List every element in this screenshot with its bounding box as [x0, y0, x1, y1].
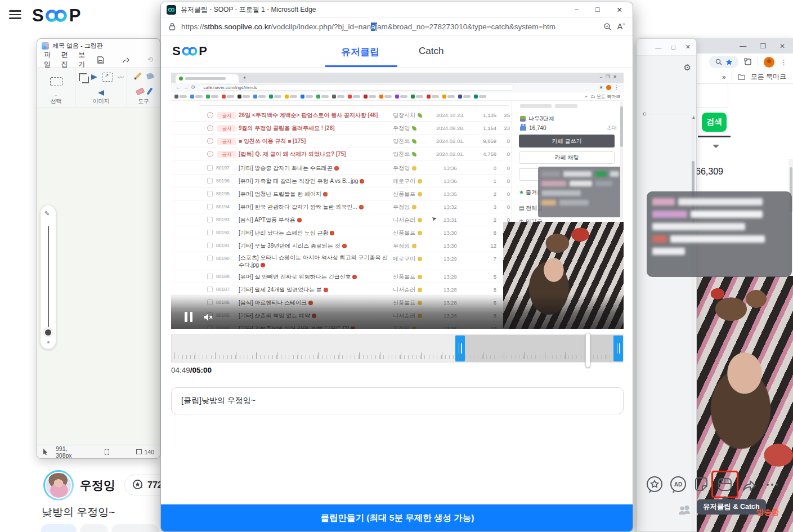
- checkbox[interactable]: [207, 178, 213, 184]
- tab-group-icon[interactable]: [744, 58, 752, 66]
- save-icon[interactable]: [97, 56, 104, 64]
- cafe-post-row[interactable]: 80195[유머] 엄청난 드립짤을 한 페이지☺신풍볼프13:3520: [171, 187, 512, 200]
- sort-caret-icon[interactable]: [713, 145, 719, 151]
- bookmark-favicon[interactable]: [348, 95, 360, 99]
- cafe-post-row[interactable]: 80188[유머] 살 안빼면 진짜로 위험하다는 긴급신호☺신풍볼프13:29…: [171, 270, 512, 283]
- clip-video-preview[interactable]: + –❐✕ ←→⟳ cafe.naver.com/ingsfriends ★ ⋮…: [171, 73, 624, 329]
- cafe-notice-row[interactable]: −공지26일 <무직백수 계백순> 팝업스토어 행사 공지사항 [46]딩장시치…: [171, 109, 512, 122]
- bookmark-favicon[interactable]: [364, 95, 376, 99]
- eyedropper-icon[interactable]: [146, 87, 153, 95]
- zoom-out-icon[interactable]: [603, 23, 612, 31]
- share-icon[interactable]: [122, 56, 129, 64]
- url-text[interactable]: https://stbbs.sooplive.co.kr/vodclip/ind…: [181, 23, 598, 31]
- maximize-button[interactable]: □: [595, 6, 600, 14]
- bookmark-favicon[interactable]: [174, 95, 187, 99]
- cafe-write-button[interactable]: 카페 글쓰기: [519, 135, 615, 147]
- cafe-post-row[interactable]: 80196[유머] 가족할 때 갈리는 직장인 유형 A vs B...jpg☺…: [171, 175, 512, 187]
- utility-scrollbar[interactable]: ▲: [691, 115, 695, 531]
- crop-icon[interactable]: [79, 73, 87, 81]
- minimize-button[interactable]: —: [740, 42, 746, 50]
- post-title[interactable]: 9월의 우정잉 클립을 올려주세요 ! [28]: [239, 122, 335, 135]
- checkbox[interactable]: [207, 287, 213, 292]
- gear-icon[interactable]: ⚙: [684, 62, 691, 73]
- mute-icon[interactable]: [204, 313, 213, 321]
- clip-title-input[interactable]: [클립]낮방의 우정잉~: [171, 387, 624, 414]
- checkbox[interactable]: [207, 191, 213, 196]
- hamburger-menu-icon[interactable]: [9, 10, 21, 19]
- hashtag-pill[interactable]: [41, 524, 77, 532]
- rotate-icon[interactable]: [91, 74, 97, 80]
- close-button[interactable]: ✕: [617, 6, 622, 14]
- paint-menu-view[interactable]: 보기: [78, 50, 86, 69]
- post-title[interactable]: [음식] APT열풍 부작용☺: [239, 213, 302, 226]
- bookmark-favicon[interactable]: [379, 95, 392, 99]
- bookmark-favicon[interactable]: [285, 95, 297, 99]
- post-title[interactable]: [스포츠] 오타니 쇼헤이는 아시아 역사상 최고의 구기종목 선수다.jpg☺: [239, 254, 389, 269]
- bookmark-favicon[interactable]: [332, 95, 344, 99]
- post-title[interactable]: [기타] 난리 났다는 스페인 노심 근황☺: [239, 226, 334, 239]
- clip-timeline[interactable]: [171, 334, 624, 363]
- flip-icon[interactable]: [98, 90, 104, 96]
- hashtag-pill[interactable]: [80, 524, 108, 532]
- resize-handle[interactable]: [643, 113, 646, 115]
- bookmarks-overflow-chevron[interactable]: »: [722, 73, 726, 81]
- collapse-icon[interactable]: −: [207, 151, 213, 157]
- post-title[interactable]: [필독] Q. 제 글이 왜 삭제가 되었나요? [75]: [239, 147, 346, 160]
- edge-address-bar[interactable]: https://stbbs.sooplive.co.kr/vodclip/ind…: [161, 17, 633, 35]
- close-button[interactable]: ✕: [686, 43, 691, 51]
- bookmark-favicon[interactable]: [269, 95, 281, 99]
- selection-end-handle[interactable]: [613, 336, 623, 361]
- more-button[interactable]: [761, 473, 783, 496]
- star-balloon-button[interactable]: [643, 473, 666, 496]
- eraser-icon[interactable]: [136, 87, 145, 95]
- all-bookmarks-label[interactable]: 모든 북마크: [751, 72, 786, 82]
- maximize-button[interactable]: □: [671, 44, 675, 51]
- streamer-name[interactable]: 우정잉: [80, 477, 115, 493]
- cafe-post-row[interactable]: 80193[음식] APT열풍 부작용☺니서순러13:3120: [171, 213, 512, 226]
- overflow-chevron[interactable]: »: [585, 94, 587, 99]
- bookmark-favicon[interactable]: [206, 95, 218, 99]
- checkbox[interactable]: [207, 204, 213, 209]
- invite-link[interactable]: 초대: [607, 124, 617, 132]
- post-title[interactable]: 26일 <무직백수 계백순> 팝업스토어 행사 공지사항 [46]: [239, 109, 378, 122]
- read-aloud-icon[interactable]: A⁾⁾: [617, 22, 625, 31]
- slider-thumb[interactable]: [44, 328, 52, 337]
- bookmark-favicon[interactable]: [316, 95, 329, 99]
- paint-menu-file[interactable]: 파일: [44, 50, 51, 69]
- checkbox[interactable]: [207, 165, 213, 171]
- checkbox[interactable]: [207, 217, 213, 222]
- naver-search-button[interactable]: 검색: [702, 113, 727, 132]
- post-title[interactable]: [유머] 한국 관광하다 갑자기 깜짝 놀란 외국인...☺: [239, 200, 364, 213]
- restore-button[interactable]: ❐: [760, 42, 766, 50]
- close-button[interactable]: ✕: [779, 42, 785, 50]
- post-title[interactable]: [유머] 엄청난 드립짤을 한 페이지☺: [239, 187, 328, 200]
- omnibox-pill[interactable]: [709, 56, 738, 68]
- soop-logo[interactable]: S P: [32, 6, 80, 26]
- collapse-icon[interactable]: −: [207, 138, 213, 144]
- tab-user-clip[interactable]: 유저클립: [341, 46, 379, 59]
- bookmark-favicon[interactable]: [442, 95, 455, 99]
- cafe-post-row[interactable]: 80197[기타] 방송중 갑자기 화내는 수드래곤☺우정잉13:3600: [171, 162, 512, 175]
- post-title[interactable]: [유머] 가족할 때 갈리는 직장인 유형 A vs B...jpg☺: [239, 175, 364, 187]
- cafe-post-row[interactable]: 80192[기타] 난리 났다는 스페인 노심 근황☺신풍볼프13:3080: [171, 226, 512, 239]
- bookmark-favicon[interactable]: [474, 95, 486, 99]
- fill-icon[interactable]: [146, 72, 154, 79]
- tab-catch[interactable]: Catch: [419, 46, 443, 57]
- streamer-avatar[interactable]: [43, 470, 74, 500]
- all-bookmarks-label[interactable]: 🗀 모든 북마크: [591, 93, 620, 100]
- collapse-icon[interactable]: −: [207, 125, 213, 131]
- bookmark-favicon[interactable]: [411, 95, 423, 99]
- bookmark-favicon[interactable]: [427, 95, 439, 99]
- cafe-post-row[interactable]: 80194[유머] 한국 관광하다 갑자기 깜짝 놀란 외국인...☺우정잉13…: [171, 200, 512, 213]
- soop-logo-small[interactable]: S P: [172, 44, 207, 59]
- cafe-notice-row[interactable]: −공지9월의 우정잉 클립을 올려주세요 ! [28]우정잉2024.09.28…: [171, 122, 512, 135]
- bookmark-favicon[interactable]: [395, 95, 407, 99]
- stamp-icon[interactable]: 〰: [118, 73, 123, 82]
- resize-icon[interactable]: [102, 73, 113, 82]
- post-title[interactable]: ■ 잉친쓰 이용 규칙 ■ [175]: [239, 135, 306, 147]
- bookmark-favicon[interactable]: [190, 95, 203, 99]
- bookmark-star-icon[interactable]: [725, 59, 733, 66]
- checkbox[interactable]: [207, 230, 213, 235]
- undo-icon[interactable]: ⟲: [147, 56, 153, 64]
- edge-titlebar[interactable]: 유저클립 - SOOP - 프로필 1 - Microsoft Edge – □…: [161, 2, 633, 17]
